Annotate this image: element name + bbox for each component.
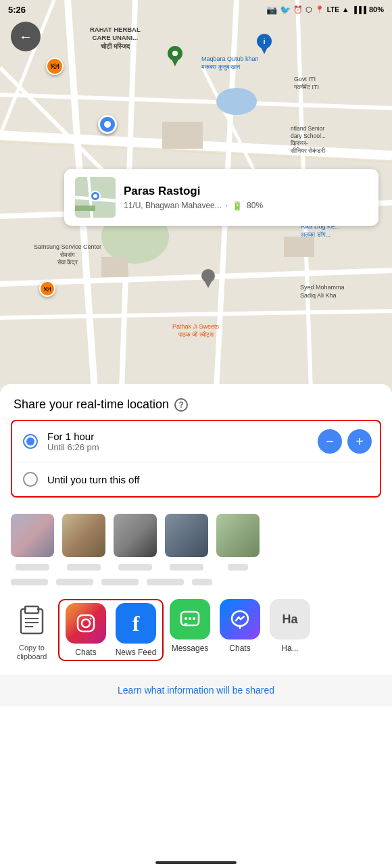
clipboard-label: Copy toclipboard: [17, 644, 47, 661]
share-item-clipboard[interactable]: Copy toclipboard: [8, 599, 55, 661]
ha-text: Ha: [282, 612, 297, 627]
sheet-title: Share your real-time location: [14, 397, 169, 412]
label-bar-b: [56, 579, 93, 585]
location-icon: 📍: [315, 5, 324, 14]
option-1-label: For 1 hour: [47, 431, 99, 442]
option-until-off[interactable]: Until you turn this off: [12, 462, 380, 496]
map-label-govtiti: Govt ITIगवर्नमेंट ITI: [294, 76, 319, 91]
share-item-messages[interactable]: Messages: [166, 599, 214, 653]
svg-point-45: [185, 617, 187, 620]
svg-rect-18: [101, 257, 128, 277]
option-1-sublabel: Until 6:26 pm: [47, 442, 99, 452]
instagram-chats-label: Chats: [75, 648, 96, 657]
messenger-chats-label: Chats: [229, 644, 250, 653]
contact-avatar-2: [62, 514, 105, 557]
footer-section: Learn what information will be shared: [0, 675, 392, 706]
bt-icon: ⬡: [305, 5, 312, 14]
map-pin-food2: 🍽: [39, 281, 55, 297]
home-indicator: [155, 861, 237, 864]
contact-avatar-4: [165, 514, 208, 557]
card-map-thumb: [75, 177, 116, 218]
svg-marker-27: [204, 281, 212, 288]
label-bar-a: [11, 579, 48, 585]
map-label-school: ntland Seniordary School...क्रिस्ल-सीनिय…: [291, 125, 326, 155]
twitter-icon: 🐦: [280, 5, 291, 15]
share-row: Copy toclipboard Chats f: [0, 594, 392, 661]
facebook-newsfeed-label: News Feed: [116, 648, 157, 657]
location-card: Paras Rastogi 11/U, Bhagwan Mahavee... ·…: [64, 169, 378, 226]
option-1-text: For 1 hour Until 6:26 pm: [47, 431, 99, 452]
radio-1-hour[interactable]: [23, 434, 38, 449]
svg-point-33: [93, 194, 97, 198]
status-bar: 5:26 📷 🐦 ⏰ ⬡ 📍 LTE ▲ ▐▐▐ 80%: [0, 0, 392, 19]
signal-icon: ▐▐▐: [352, 6, 366, 14]
contact-label-bar-1: [16, 564, 49, 571]
instagram-svg: [75, 612, 97, 634]
option-2-label: Until you turn this off: [47, 474, 139, 485]
card-info: Paras Rastogi 11/U, Bhagwan Mahavee... ·…: [124, 185, 368, 211]
share-item-instagram-chats[interactable]: Chats: [62, 603, 109, 657]
status-icons: 📷 🐦 ⏰ ⬡ 📍 LTE ▲ ▐▐▐ 80%: [266, 5, 384, 15]
clipboard-icon-wrap: [11, 599, 52, 640]
insta-icon: 📷: [266, 5, 277, 15]
svg-point-15: [216, 88, 257, 115]
contact-5[interactable]: [216, 514, 260, 571]
messages-svg: [179, 608, 201, 630]
wifi-icon: ▲: [342, 5, 349, 14]
decrement-button[interactable]: −: [318, 429, 342, 454]
highlight-box: Chats f News Feed: [58, 599, 164, 661]
svg-rect-16: [162, 122, 203, 149]
increment-button[interactable]: +: [347, 429, 372, 454]
share-item-facebook-newsfeed[interactable]: f News Feed: [112, 603, 160, 657]
fb-f-letter: f: [132, 612, 140, 634]
duration-controls: − +: [318, 429, 372, 454]
svg-point-46: [189, 617, 191, 620]
svg-point-42: [90, 618, 92, 620]
contact-avatar-1: [11, 514, 54, 557]
svg-rect-40: [78, 615, 94, 631]
duration-section: For 1 hour Until 6:26 pm − + Until you t…: [11, 420, 381, 498]
svg-marker-24: [260, 46, 268, 54]
map-label-samsung: Samsung Service Centerसेमसंगसेवा केंद्र: [34, 243, 101, 267]
back-arrow-icon: ←: [19, 30, 32, 43]
contact-label-bar-4: [170, 564, 203, 571]
contact-3[interactable]: [114, 514, 157, 571]
back-button[interactable]: ←: [11, 22, 41, 51]
svg-text:i: i: [263, 37, 265, 45]
radio-until-off[interactable]: [23, 472, 38, 487]
user-location-pin: [98, 115, 117, 134]
contact-avatar-3: [114, 514, 157, 557]
battery-separator: ·: [226, 201, 228, 210]
map-pin-1: [168, 46, 182, 69]
messenger-icon: [220, 599, 260, 640]
bottom-sheet: Share your real-time location ? For 1 ho…: [0, 384, 392, 868]
map-pin-food: 🍽: [46, 57, 64, 75]
svg-rect-19: [284, 237, 314, 257]
contact-2[interactable]: [62, 514, 105, 571]
contact-4[interactable]: [165, 514, 208, 571]
label-bar-e: [192, 579, 212, 585]
map-label-maqbara: Maqbara Qutub khanमकबरा कुतुब खान: [201, 55, 259, 71]
label-bars-row: [0, 576, 392, 594]
card-battery-pct: 80%: [247, 201, 263, 210]
svg-point-22: [172, 51, 178, 56]
messenger-svg: [229, 608, 251, 630]
option-for-1-hour[interactable]: For 1 hour Until 6:26 pm − +: [12, 421, 380, 462]
share-item-ha[interactable]: Ha Ha...: [266, 599, 314, 653]
contact-1[interactable]: [11, 514, 54, 571]
messages-icon: [170, 599, 210, 640]
svg-marker-21: [171, 58, 179, 66]
svg-rect-36: [26, 608, 37, 612]
time-display: 5:26: [8, 5, 26, 15]
facebook-icon: f: [116, 603, 156, 644]
label-bar-c: [101, 579, 139, 585]
footer-link[interactable]: Learn what information will be shared: [118, 685, 274, 696]
share-item-messenger-chats[interactable]: Chats: [216, 599, 264, 653]
clipboard-svg-icon: [17, 602, 47, 636]
map-label-rahat: RAHAT HERBALCARE UNANI...चोटी मस्जिद: [90, 26, 141, 51]
svg-point-47: [193, 617, 195, 620]
card-address: 11/U, Bhagwan Mahavee... · 🔋 80%: [124, 201, 368, 211]
battery-text: 80%: [369, 5, 384, 14]
contact-label-bar-3: [118, 564, 152, 571]
info-icon[interactable]: ?: [174, 398, 188, 412]
